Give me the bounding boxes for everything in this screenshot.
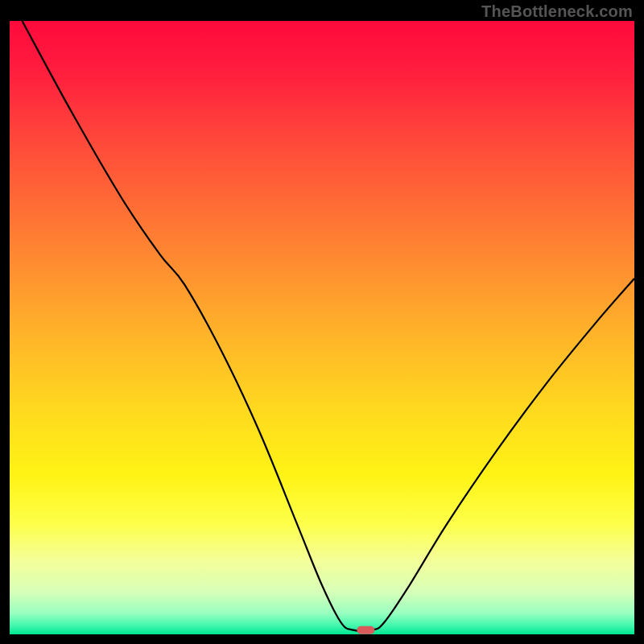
optimum-marker [357,626,374,634]
bottleneck-chart [10,21,634,634]
chart-frame [10,21,634,634]
gradient-background [10,21,634,634]
watermark-text: TheBottleneck.com [481,2,633,21]
